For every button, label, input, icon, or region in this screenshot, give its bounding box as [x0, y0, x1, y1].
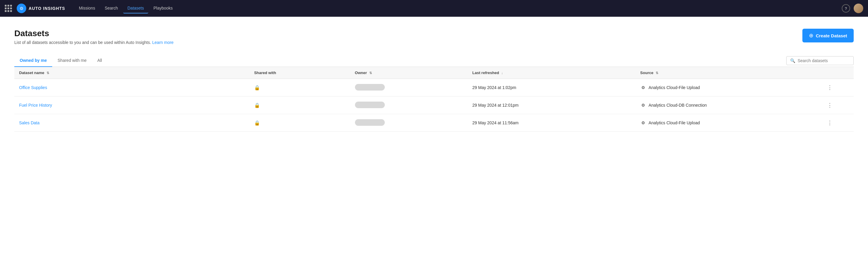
page-header: Datasets List of all datasets accessible…	[14, 29, 854, 45]
tab-owned-by-me[interactable]: Owned by me	[14, 54, 52, 67]
sort-icon-owner: ⇅	[369, 71, 372, 75]
page-title: Datasets	[14, 29, 174, 38]
refreshed-cell-1: 29 May 2024 at 1:02pm	[468, 79, 636, 97]
actions-cell-2: ⋮	[820, 97, 854, 114]
dataset-name-cell: Office Supplies	[14, 79, 249, 97]
row-more-button[interactable]: ⋮	[825, 101, 835, 109]
col-header-name: Dataset name ⇅	[14, 67, 249, 79]
refreshed-cell-2: 29 May 2024 at 12:01pm	[468, 97, 636, 114]
app-grid-icon[interactable]	[5, 5, 12, 12]
owner-cell-3	[350, 114, 468, 132]
sort-icon-source: ⇅	[656, 71, 658, 75]
dataset-link-fuel-price[interactable]: Fuel Price History	[19, 103, 52, 108]
shared-with-cell-3: 🔒	[249, 114, 350, 132]
table-body: Office Supplies 🔒 29 May 2024 at 1:02pm …	[14, 79, 854, 132]
table-row: Office Supplies 🔒 29 May 2024 at 1:02pm …	[14, 79, 854, 97]
tabs-search-row: Owned by me Shared with me All 🔍	[14, 54, 854, 67]
learn-more-link[interactable]: Learn more	[152, 40, 174, 45]
col-header-owner: Owner ⇅	[350, 67, 468, 79]
owner-pill	[355, 84, 385, 90]
lock-icon: 🔒	[254, 103, 260, 108]
datasets-table: Dataset name ⇅ Shared with Owner ⇅ Last …	[14, 67, 854, 132]
refreshed-cell-3: 29 May 2024 at 11:56am	[468, 114, 636, 132]
nav-right-controls: ?	[842, 4, 863, 13]
nav-links: Missions Search Datasets Playbooks	[74, 3, 839, 13]
shared-with-cell-2: 🔒	[249, 97, 350, 114]
dataset-link-sales-data[interactable]: Sales Data	[19, 120, 39, 125]
owner-pill	[355, 119, 385, 126]
lock-icon: 🔒	[254, 120, 260, 126]
user-avatar[interactable]	[854, 4, 863, 13]
col-header-actions	[820, 67, 854, 79]
row-more-button[interactable]: ⋮	[825, 84, 835, 91]
owner-cell-1	[350, 79, 468, 97]
tab-all[interactable]: All	[92, 54, 107, 67]
source-icon: ⚙	[640, 102, 646, 108]
table-header: Dataset name ⇅ Shared with Owner ⇅ Last …	[14, 67, 854, 79]
help-button[interactable]: ?	[842, 4, 850, 12]
shared-with-cell-1: 🔒	[249, 79, 350, 97]
page-subtitle: List of all datasets accessible to you a…	[14, 40, 174, 45]
page-header-text: Datasets List of all datasets accessible…	[14, 29, 174, 45]
nav-search[interactable]: Search	[100, 3, 122, 13]
col-header-refreshed: Last refreshed ↓	[468, 67, 636, 79]
search-icon: 🔍	[790, 58, 795, 63]
actions-cell-1: ⋮	[820, 79, 854, 97]
source-cell-2: ⚙ Analytics Cloud-DB Connection	[636, 97, 820, 114]
owner-cell-2	[350, 97, 468, 114]
table-row: Fuel Price History 🔒 29 May 2024 at 12:0…	[14, 97, 854, 114]
search-input[interactable]	[798, 58, 850, 63]
app-name: AUTO INSIGHTS	[29, 6, 65, 11]
owner-pill	[355, 102, 385, 108]
top-navigation: ⊙ AUTO INSIGHTS Missions Search Datasets…	[0, 0, 868, 17]
source-icon: ⚙	[640, 85, 646, 90]
sort-icon-refreshed: ↓	[501, 71, 503, 75]
nav-playbooks[interactable]: Playbooks	[149, 3, 177, 13]
table-row: Sales Data 🔒 29 May 2024 at 11:56am ⚙ An…	[14, 114, 854, 132]
logo-icon: ⊙	[17, 4, 26, 13]
dataset-link-office-supplies[interactable]: Office Supplies	[19, 85, 47, 90]
source-cell-1: ⚙ Analytics Cloud-File Upload	[636, 79, 820, 97]
tab-shared-with-me[interactable]: Shared with me	[52, 54, 92, 67]
main-content: Datasets List of all datasets accessible…	[0, 17, 868, 271]
col-header-source: Source ⇅	[636, 67, 820, 79]
source-cell-3: ⚙ Analytics Cloud-File Upload	[636, 114, 820, 132]
dataset-name-cell: Sales Data	[14, 114, 249, 132]
dataset-name-cell: Fuel Price History	[14, 97, 249, 114]
app-logo: ⊙ AUTO INSIGHTS	[17, 4, 65, 13]
lock-icon: 🔒	[254, 85, 260, 90]
create-dataset-icon: ⊕	[809, 32, 813, 39]
create-dataset-button[interactable]: ⊕ Create Dataset	[802, 29, 854, 43]
actions-cell-3: ⋮	[820, 114, 854, 132]
nav-datasets[interactable]: Datasets	[123, 3, 148, 13]
source-icon: ⚙	[640, 120, 646, 126]
dataset-tabs: Owned by me Shared with me All	[14, 54, 107, 66]
row-more-button[interactable]: ⋮	[825, 119, 835, 127]
search-box: 🔍	[786, 56, 854, 65]
sort-icon-name: ⇅	[46, 71, 49, 75]
nav-missions[interactable]: Missions	[74, 3, 99, 13]
col-header-shared: Shared with	[249, 67, 350, 79]
